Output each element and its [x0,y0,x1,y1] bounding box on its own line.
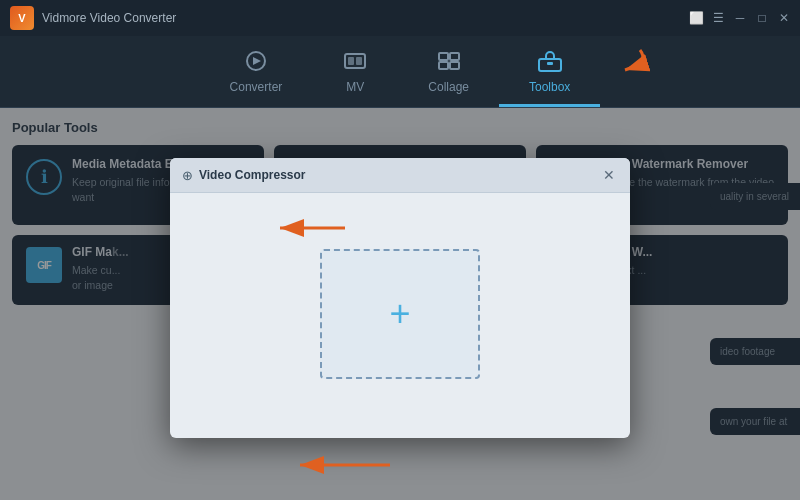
tab-toolbox-label: Toolbox [529,80,570,94]
svg-rect-8 [450,62,459,69]
modal-dialog: ⊕ Video Compressor ✕ + [170,158,630,438]
minimize-button[interactable]: ─ [732,10,748,26]
tab-collage-label: Collage [428,80,469,94]
menu-button[interactable]: ☰ [710,10,726,26]
collage-icon [436,50,462,78]
tab-mv-label: MV [346,80,364,94]
drop-zone[interactable]: + [320,249,480,379]
mv-icon [342,50,368,78]
tab-toolbox[interactable]: Toolbox [499,44,600,107]
tab-converter[interactable]: Converter [200,44,313,107]
title-bar: V Vidmore Video Converter ⬜ ☰ ─ □ ✕ [0,0,800,36]
modal-title: Video Compressor [199,168,600,182]
maximize-button[interactable]: □ [754,10,770,26]
svg-rect-4 [356,57,362,65]
modal-body: + [170,193,630,435]
tab-converter-label: Converter [230,80,283,94]
drop-zone-plus: + [389,293,410,335]
captions-button[interactable]: ⬜ [688,10,704,26]
modal-overlay: ⊕ Video Compressor ✕ + [0,108,800,500]
toolbox-icon [537,50,563,78]
nav-tabs: Converter MV Collage [0,36,800,108]
modal-header: ⊕ Video Compressor ✕ [170,158,630,193]
svg-rect-5 [439,53,448,60]
tab-mv[interactable]: MV [312,44,398,107]
main-content: Popular Tools ℹ Media Metadata Editor Ke… [0,108,800,500]
svg-rect-3 [348,57,354,65]
app-logo: V [10,6,34,30]
svg-marker-1 [253,57,261,65]
converter-icon [243,50,269,78]
modal-close-button[interactable]: ✕ [600,166,618,184]
modal-title-icon: ⊕ [182,168,193,183]
app-title: Vidmore Video Converter [42,11,176,25]
svg-rect-10 [547,62,553,65]
svg-rect-6 [450,53,459,60]
svg-rect-7 [439,62,448,69]
window-controls: ⬜ ☰ ─ □ ✕ [688,10,792,26]
close-button[interactable]: ✕ [776,10,792,26]
tab-collage[interactable]: Collage [398,44,499,107]
